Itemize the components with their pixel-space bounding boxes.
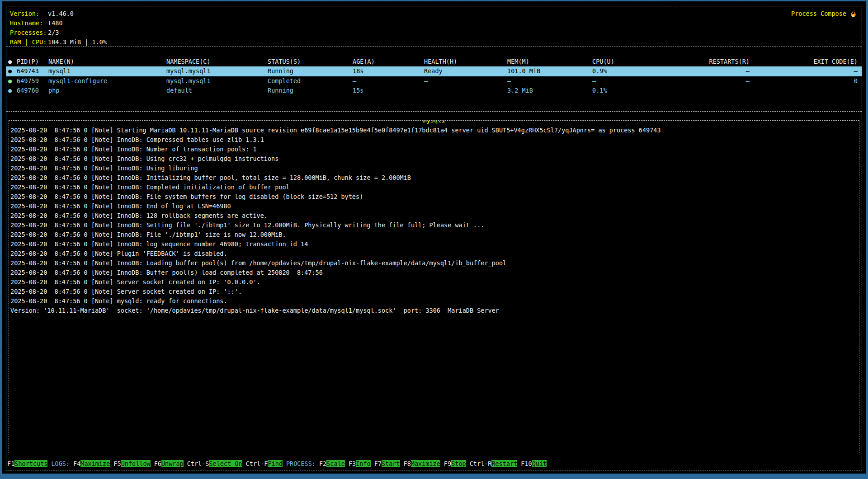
log-line: 2025-08-20 8:47:56 0 [Note] Server socke… (10, 287, 858, 296)
cell-namespace: mysql.mysql1 (166, 66, 211, 76)
cell-mem: – (507, 76, 511, 86)
hotkey-f7-start[interactable]: F7Start (374, 460, 400, 467)
cell-restarts: – (648, 86, 750, 95)
hotkey-key: F10 (521, 460, 532, 467)
fire-icon (849, 10, 857, 18)
cell-health: – (424, 76, 428, 86)
hotkey-ctrl-f-find[interactable]: Ctrl-FFind (246, 460, 283, 467)
stat-label: RAM | CPU: (10, 38, 48, 47)
stat-line: Processes:2/3 (10, 28, 107, 38)
stat-label: Version: (10, 9, 48, 19)
column-header-mem[interactable]: MEM(M) (507, 57, 529, 66)
hotkey-action: Restart (491, 460, 517, 467)
hotkey-f2-scale[interactable]: F2Scale (319, 460, 345, 467)
hotkey-ctrl-s-select-on[interactable]: Ctrl-SSelect On (187, 460, 242, 467)
cell-mem: 101.0 MiB (507, 66, 540, 76)
log-line: 2025-08-20 8:47:56 0 [Note] InnoDB: Numb… (10, 145, 858, 154)
cell-pid: 649759 (17, 76, 39, 86)
hotkey-f3-info[interactable]: F3Info (349, 460, 371, 467)
log-line: 2025-08-20 8:47:56 0 [Note] mysqld: read… (10, 296, 858, 306)
app-title: Process Compose (791, 9, 857, 19)
hotkey-f6-unwrap[interactable]: F6Unwrap (154, 460, 184, 467)
hotkey-f10-quit[interactable]: F10Quit (521, 460, 547, 467)
status-dot-header: ● (8, 57, 12, 66)
log-line: 2025-08-20 8:47:56 0 [Note] InnoDB: Usin… (10, 154, 858, 164)
hotkey-f4-maximize[interactable]: F4Maximize (73, 460, 110, 467)
log-line: 2025-08-20 8:47:56 0 [Note] InnoDB: Sett… (10, 221, 858, 230)
cell-cpu: – (592, 76, 596, 86)
cell-name: php (48, 86, 59, 95)
log-panel[interactable]: mysql1 2025-08-20 8:47:56 0 [Note] Start… (9, 120, 859, 453)
process-row[interactable]: ● 649760 php default Running 15s – 3.2 M… (6, 86, 862, 95)
cell-age: 15s (353, 86, 363, 95)
hotkey-action: Unfollow (121, 460, 151, 467)
stat-line: RAM | CPU:104.3 MiB | 1.0% (10, 38, 107, 47)
column-header-pid[interactable]: PID(P) (17, 57, 39, 66)
log-line: 2025-08-20 8:47:56 0 [Note] InnoDB: Usin… (10, 164, 858, 173)
cell-cpu: 0.1% (592, 86, 607, 95)
stat-line: Version:v1.46.0 (10, 9, 107, 19)
column-header-name[interactable]: NAME(N) (48, 57, 74, 66)
cell-exit-code: 0 (757, 76, 858, 86)
hotkey-action: Scale (326, 460, 345, 467)
table-header-row: ● PID(P) NAME(N) NAMESPACE(C) STATUS(S) … (6, 57, 862, 66)
hotkey-f1-shortcuts[interactable]: F1Shortcuts (7, 460, 47, 467)
hotkey-key: F1 (7, 460, 14, 467)
hotkey-key: Ctrl-S (187, 460, 209, 467)
log-line: 2025-08-20 8:47:56 0 [Note] InnoDB: Buff… (10, 268, 858, 277)
cell-status: Completed (268, 76, 301, 86)
cell-status: Running (268, 86, 293, 95)
cell-restarts: – (648, 66, 750, 76)
header-panel: Version:v1.46.0 Hostname:t480 Processes:… (6, 6, 862, 47)
table-log-divider (6, 111, 862, 112)
hotkey-ctrl-r-restart[interactable]: Ctrl-RRestart (470, 460, 518, 467)
cell-status: Running (268, 66, 293, 76)
column-header-exit-code[interactable]: EXIT CODE(E) (757, 57, 858, 66)
hotkey-f5-unfollow[interactable]: F5Unfollow (113, 460, 150, 467)
column-header-status[interactable]: STATUS(S) (268, 57, 301, 66)
log-line: 2025-08-20 8:47:56 0 [Note] InnoDB: Load… (10, 258, 858, 268)
hotkey-key: Ctrl-R (470, 460, 492, 467)
log-line: 2025-08-20 8:47:56 0 [Note] Server socke… (10, 277, 858, 287)
log-line: Version: '10.11.11-MariaDB' socket: '/ho… (10, 306, 858, 315)
app-frame: Version:v1.46.0 Hostname:t480 Processes:… (6, 6, 862, 470)
stat-value: v1.46.0 (48, 10, 74, 17)
hotkey-action: Maximize (80, 460, 110, 467)
hotkey-key: Ctrl-F (246, 460, 268, 467)
column-header-namespace[interactable]: NAMESPACE(C) (166, 57, 211, 66)
process-status-dot: ● (8, 66, 12, 76)
log-line: 2025-08-20 8:47:56 0 [Note] InnoDB: End … (10, 202, 858, 211)
footer-section-process: PROCESS: (286, 460, 316, 467)
log-line: 2025-08-20 8:47:56 0 [Note] InnoDB: File… (10, 230, 858, 240)
cell-exit-code: – (757, 86, 858, 95)
process-status-dot: ● (8, 76, 12, 86)
hotkey-action: Stop (451, 460, 466, 467)
hotkey-key: F6 (154, 460, 161, 467)
process-table: ● PID(P) NAME(N) NAMESPACE(C) STATUS(S) … (6, 47, 862, 111)
cell-pid: 649760 (17, 86, 39, 95)
column-header-cpu[interactable]: CPU(U) (592, 57, 614, 66)
hotkey-action: Select On (209, 460, 242, 467)
log-panel-title: mysql1 (423, 120, 445, 125)
stat-label: Processes: (10, 28, 48, 38)
hotkey-action: Start (382, 460, 400, 467)
cell-namespace: default (166, 86, 192, 95)
column-header-health[interactable]: HEALTH(H) (424, 57, 457, 66)
process-row[interactable]: ● 649759 mysql1-configure mysql.mysql1 C… (6, 76, 862, 86)
log-line: 2025-08-20 8:47:56 0 [Note] InnoDB: File… (10, 192, 858, 202)
column-header-age[interactable]: AGE(A) (353, 57, 375, 66)
stat-line: Hostname:t480 (10, 19, 107, 28)
footer-section-logs: LOGS: (51, 460, 70, 467)
process-row[interactable]: ● 649743 mysql1 mysql.mysql1 Running 18s… (6, 66, 862, 76)
system-stats: Version:v1.46.0 Hostname:t480 Processes:… (10, 9, 107, 47)
column-header-restarts[interactable]: RESTARTS(R) (648, 57, 750, 66)
hotkey-f8-maximize[interactable]: F8Maximize (404, 460, 440, 467)
hotkey-f9-stop[interactable]: F9Stop (444, 460, 466, 467)
footer-bar: F1ShortcutsLOGS:F4MaximizeF5UnfollowF6Un… (7, 459, 861, 469)
hotkey-action: Unwrap (161, 460, 184, 467)
log-line: 2025-08-20 8:47:56 0 [Note] Plugin 'FEED… (10, 249, 858, 258)
cell-health: – (424, 86, 428, 95)
app-title-text: Process Compose (791, 9, 846, 19)
hotkey-key: F5 (113, 460, 121, 467)
cell-age: 18s (353, 66, 363, 76)
